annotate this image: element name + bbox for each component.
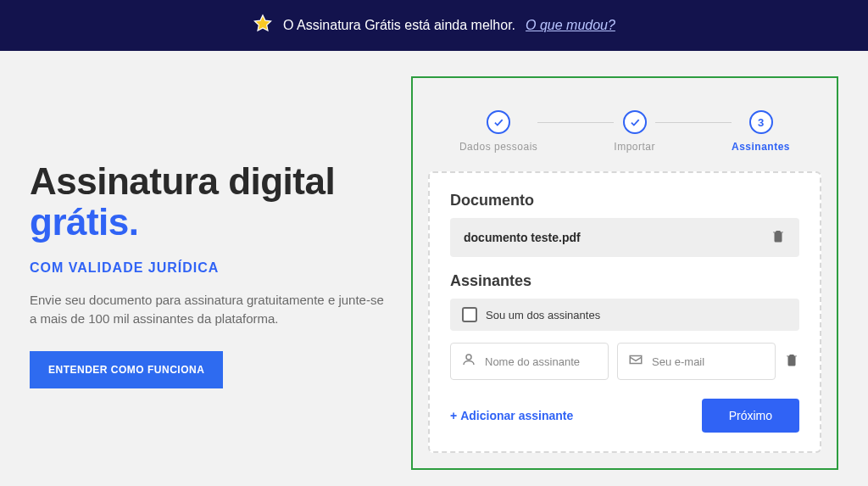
self-signer-checkbox-row[interactable]: Sou um dos assinantes [450,299,799,331]
promo-banner: O Assinatura Grátis está ainda melhor. O… [0,0,868,51]
main-container: Assinatura digital grátis. COM VALIDADE … [0,51,868,486]
step-circle-done [487,110,510,134]
star-icon [253,14,273,37]
headline-part1: Assinatura digital [30,160,335,202]
banner-link[interactable]: O que mudou? [526,18,615,33]
page-title: Assinatura digital grátis. [30,161,386,243]
signers-section-title: Assinantes [450,272,799,290]
form-panel: Documento documento teste.pdf Assinantes… [428,171,821,453]
actions-row: + Adicionar assinante Próximo [450,399,799,433]
svg-point-0 [466,355,471,360]
checkbox-icon [462,307,477,322]
signer-name-input[interactable] [485,355,598,368]
trash-icon [784,352,799,367]
step-label: Dados pessoais [459,141,537,153]
document-name: documento teste.pdf [464,231,581,244]
signer-email-field[interactable] [617,343,776,380]
headline-part2: grátis. [30,201,139,243]
step-connector [537,122,614,123]
step-label-active: Assinantes [732,141,790,153]
delete-signer-button[interactable] [784,352,799,371]
step-number: 3 [758,116,764,129]
stepper: Dados pessoais Importar 3 Assinantes [428,93,821,163]
hero-section: Assinatura digital grátis. COM VALIDADE … [30,76,386,470]
step-import: Importar [614,110,655,153]
plus-icon: + [450,409,457,422]
hero-description: Envie seu documento para assinatura grat… [30,291,386,329]
add-signer-label: Adicionar assinante [460,409,573,422]
step-label: Importar [614,141,655,153]
step-connector [655,122,732,123]
checkmark-icon [629,116,641,128]
person-icon [461,352,476,371]
understand-how-button[interactable]: ENTENDER COMO FUNCIONA [30,351,223,388]
subheadline: COM VALIDADE JURÍDICA [30,260,386,276]
signer-inputs-row [450,343,799,380]
self-signer-label: Sou um dos assinantes [486,309,600,321]
document-section-title: Documento [450,192,799,209]
step-circle-done [623,110,647,134]
next-button[interactable]: Próximo [702,399,799,433]
add-signer-button[interactable]: + Adicionar assinante [450,409,573,422]
signer-name-field[interactable] [450,343,609,380]
trash-icon [771,228,786,243]
signer-email-input[interactable] [652,355,765,368]
step-signers: 3 Assinantes [732,110,790,153]
step-personal-data: Dados pessoais [459,110,537,153]
step-circle-active: 3 [749,110,773,134]
mail-icon [628,352,643,371]
document-row: documento teste.pdf [450,218,799,257]
banner-text: O Assinatura Grátis está ainda melhor. [283,18,515,33]
delete-document-button[interactable] [771,228,786,247]
form-wizard-panel: Dados pessoais Importar 3 Assinantes [411,76,838,470]
checkmark-icon [492,116,504,128]
